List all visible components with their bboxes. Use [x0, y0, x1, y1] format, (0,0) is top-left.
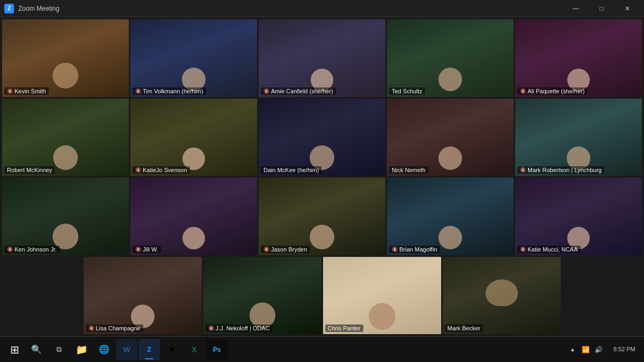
participant-name-8: Dain McKee (he/him): [261, 166, 321, 174]
person-figure-19: [443, 257, 561, 335]
video-bg-5: [515, 19, 642, 97]
participant-name-14: 🔇 Brian Magoffin: [389, 246, 440, 253]
person-figure-14: [387, 178, 514, 255]
mute-icon-16: 🔇: [89, 326, 94, 331]
person-figure-7: [130, 99, 257, 176]
participant-name-1: 🔇 Kevin Smith: [4, 87, 49, 95]
participant-name-3: 🔇 Amie Canfield (she/her): [261, 87, 336, 95]
mute-icon-7: 🔇: [135, 167, 141, 173]
taskbar-edge[interactable]: 🌐: [93, 339, 115, 360]
participant-cell-ted-schultz[interactable]: Ted Schultz: [387, 19, 514, 97]
tray-speaker[interactable]: 🔊: [593, 344, 604, 355]
participant-cell-mark-becker[interactable]: Mark Becker: [443, 257, 561, 335]
video-row-4: 🔇 Lisa Champagne 🔇 J.J. Nekoloff | ODAC: [2, 257, 642, 335]
video-bg-18: [323, 257, 441, 335]
participant-cell-katie-mucci[interactable]: 🔇 Katie Mucci, NCAA: [515, 178, 642, 255]
taskbar-file-explorer[interactable]: 📁: [71, 339, 92, 360]
taskbar-chrome[interactable]: ●: [161, 339, 182, 360]
video-row-1: 🔇 Kevin Smith 🔇 Tim Volkmann (he/him): [2, 19, 642, 97]
mute-icon-2: 🔇: [135, 88, 141, 94]
taskbar-zoom[interactable]: Z: [138, 339, 160, 360]
window-title: Zoom Meeting: [18, 5, 60, 12]
person-figure-18: [323, 257, 441, 335]
person-figure-9: [387, 99, 514, 176]
participant-name-7: 🔇 KatieJo Svenson: [133, 166, 190, 174]
participant-cell-jj-nekoloff[interactable]: 🔇 J.J. Nekoloff | ODAC: [203, 257, 321, 335]
taskbar-word[interactable]: W: [116, 339, 137, 360]
mute-icon-1: 🔇: [7, 88, 13, 94]
person-figure-10: [515, 99, 642, 176]
meeting-grid: 🔇 Kevin Smith 🔇 Tim Volkmann (he/him): [0, 17, 644, 336]
participant-cell-amie-canfield[interactable]: 🔇 Amie Canfield (she/her): [259, 19, 385, 97]
person-figure-15: [515, 178, 642, 255]
video-bg-10: [515, 99, 642, 176]
participant-cell-katiejo-svenson[interactable]: 🔇 KatieJo Svenson: [130, 99, 257, 176]
taskbar-task-view[interactable]: ⧉: [48, 339, 70, 360]
start-button[interactable]: ⊞: [4, 339, 25, 360]
participant-name-6: Robert McKinney: [4, 166, 55, 174]
taskbar-excel[interactable]: X: [184, 339, 205, 360]
video-row-3: 🔇 Ken Johnson Jr. 🔇 Jill W. 🔇: [2, 178, 642, 255]
title-bar: Z Zoom Meeting — □ ✕: [0, 0, 644, 17]
participant-cell-lisa-champagne[interactable]: 🔇 Lisa Champagne: [84, 257, 202, 335]
participant-cell-mark-robertson[interactable]: 🔇 Mark Robertson | Lynchburg: [515, 99, 642, 176]
person-figure-5: [515, 19, 642, 97]
video-bg-19: [443, 257, 561, 335]
participant-cell-ali-paquette[interactable]: 🔇 Ali Paquette (she/her): [515, 19, 642, 97]
person-figure-4: [387, 19, 514, 97]
person-figure-11: [2, 178, 129, 255]
video-bg-7: [130, 99, 257, 176]
video-bg-13: [259, 178, 385, 255]
video-bg-17: [203, 257, 321, 335]
participant-name-19: Mark Becker: [445, 324, 484, 332]
person-figure-6: [2, 99, 129, 176]
participant-cell-chris-panter[interactable]: Chris Panter: [323, 257, 441, 335]
tray-network[interactable]: 📶: [580, 344, 591, 355]
video-bg-9: [387, 99, 514, 176]
person-figure-13: [259, 178, 385, 255]
participant-cell-jill-w[interactable]: 🔇 Jill W.: [130, 178, 257, 255]
participant-name-16: 🔇 Lisa Champagne: [86, 324, 143, 332]
video-bg-6: [2, 99, 129, 176]
mute-icon-10: 🔇: [520, 167, 526, 173]
participant-cell-robert-mckinney[interactable]: Robert McKinney: [2, 99, 129, 176]
person-figure-1: [2, 19, 129, 97]
tray-show-hidden[interactable]: ▲: [567, 344, 578, 355]
close-button[interactable]: ✕: [615, 0, 640, 17]
minimize-button[interactable]: —: [564, 0, 588, 17]
participant-cell-tim-volkmann[interactable]: 🔇 Tim Volkmann (he/him): [130, 19, 257, 97]
taskbar-search[interactable]: 🔍: [26, 339, 47, 360]
participant-name-10: 🔇 Mark Robertson | Lynchburg: [517, 166, 604, 174]
video-bg-3: [259, 19, 385, 97]
video-bg-2: [130, 19, 257, 97]
participant-cell-dain-mckee[interactable]: Dain McKee (he/him): [259, 99, 385, 176]
mute-icon-17: 🔇: [208, 326, 214, 331]
participant-name-12: 🔇 Jill W.: [133, 246, 161, 253]
video-bg-12: [130, 178, 257, 255]
zoom-app-icon: Z: [4, 4, 14, 13]
participant-cell-brian-magoffin[interactable]: 🔇 Brian Magoffin: [387, 178, 514, 255]
maximize-button[interactable]: □: [589, 0, 614, 17]
person-figure-2: [130, 19, 257, 97]
participant-cell-ken-johnson[interactable]: 🔇 Ken Johnson Jr.: [2, 178, 129, 255]
video-bg-16: [84, 257, 202, 335]
video-bg-11: [2, 178, 129, 255]
participant-cell-kevin-smith[interactable]: 🔇 Kevin Smith: [2, 19, 129, 97]
participant-cell-nick-nemeth[interactable]: Nick Nemeth: [387, 99, 514, 176]
participant-name-4: Ted Schultz: [389, 87, 425, 95]
participant-cell-jason-bryden[interactable]: 🔇 Jason Bryden: [259, 178, 385, 255]
system-tray: ▲ 📶 🔊: [563, 344, 608, 355]
participant-name-11: 🔇 Ken Johnson Jr.: [4, 246, 60, 253]
taskbar: ⊞ 🔍 ⧉ 📁 🌐 W Z ● X Ps ▲ 📶 🔊 8:52 PM: [0, 336, 644, 362]
window-controls: — □ ✕: [564, 0, 640, 17]
video-bg-4: [387, 19, 514, 97]
taskbar-clock[interactable]: 8:52 PM: [609, 345, 640, 353]
participant-name-15: 🔇 Katie Mucci, NCAA: [517, 246, 581, 253]
person-figure-3: [259, 19, 385, 97]
person-figure-8: [259, 99, 385, 176]
mute-icon-13: 🔇: [264, 247, 269, 252]
taskbar-photoshop[interactable]: Ps: [206, 339, 228, 360]
video-bg-14: [387, 178, 514, 255]
mute-icon-15: 🔇: [520, 247, 526, 252]
person-figure-17: [203, 257, 321, 335]
